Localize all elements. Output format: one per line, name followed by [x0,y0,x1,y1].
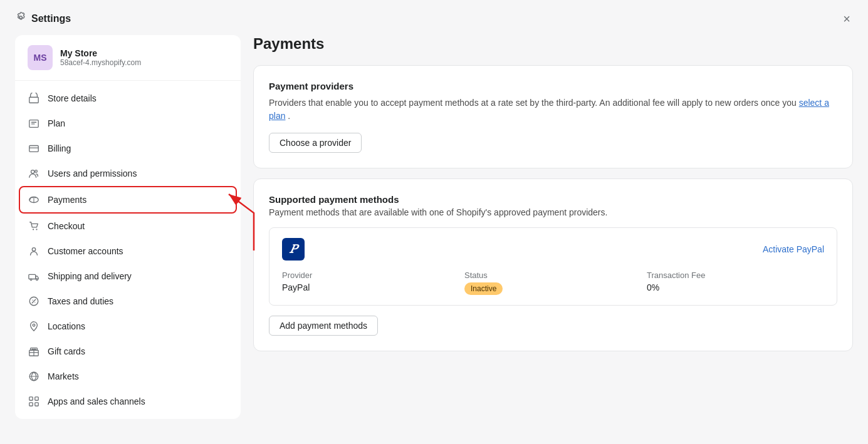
payments-icon [28,194,40,206]
sidebar-item-locations[interactable]: Locations [15,314,241,339]
sidebar: MS My Store 58acef-4.myshopify.com Store… [15,35,241,419]
sidebar-item-billing[interactable]: Billing [15,136,241,161]
sidebar-item-label-customer-accounts: Customer accounts [48,246,123,256]
markets-icon [28,370,40,383]
svg-point-8 [32,248,35,251]
status-badge: Inactive [464,282,642,295]
store-url: 58acef-4.myshopify.com [60,58,141,67]
paypal-header: 𝑃 Activate PayPal [282,238,824,261]
status-label: Status [464,271,642,280]
title-bar-left: Settings [15,12,71,26]
svg-point-3 [31,170,34,173]
sidebar-item-label-gift-cards: Gift cards [48,346,85,356]
locations-icon [28,320,40,333]
title-bar: Settings × [0,0,868,35]
svg-rect-18 [35,397,38,400]
sidebar-item-checkout[interactable]: Checkout [15,214,241,239]
store-icon [28,92,40,105]
store-header[interactable]: MS My Store 58acef-4.myshopify.com [15,35,241,81]
sidebar-item-label-apps: Apps and sales channels [48,396,145,406]
svg-rect-2 [29,146,38,152]
provider-value: PayPal [282,282,459,292]
sidebar-item-label-plan: Plan [48,118,65,128]
supported-methods-title: Supported payment methods [269,194,837,205]
activate-paypal-link[interactable]: Activate PayPal [763,244,824,254]
provider-label: Provider [282,271,459,280]
svg-rect-17 [29,397,33,400]
store-info: My Store 58acef-4.myshopify.com [60,48,141,67]
sidebar-item-users-permissions[interactable]: Users and permissions [15,161,241,186]
svg-point-11 [36,279,38,281]
payment-providers-desc: Providers that enable you to accept paym… [269,96,837,123]
paypal-details: Provider PayPal Status Inactive Transact… [282,271,824,295]
svg-rect-9 [29,274,36,279]
svg-rect-0 [29,97,38,103]
sidebar-item-gift-cards[interactable]: Gift cards [15,339,241,364]
sidebar-item-label-checkout: Checkout [48,221,85,231]
sidebar-item-label-shipping: Shipping and delivery [48,271,132,281]
sidebar-item-store-details[interactable]: Store details [15,86,241,111]
plan-icon [28,117,40,130]
sidebar-item-label-markets: Markets [48,371,79,381]
svg-rect-15 [31,348,38,351]
svg-point-10 [30,279,32,281]
taxes-icon [28,295,40,307]
main-layout: MS My Store 58acef-4.myshopify.com Store… [0,35,868,444]
paypal-card: 𝑃 Activate PayPal Provider PayPal Status [269,227,837,306]
main-content: Payments Payment providers Providers tha… [253,35,853,429]
sidebar-item-shipping[interactable]: Shipping and delivery [15,264,241,289]
window-title: Settings [31,13,71,24]
sidebar-item-apps[interactable]: Apps and sales channels [15,389,241,414]
sidebar-item-markets[interactable]: Markets [15,364,241,389]
choose-provider-button[interactable]: Choose a provider [269,133,362,153]
provider-column: Provider PayPal [282,271,459,295]
svg-point-13 [33,324,35,326]
sidebar-item-label-billing: Billing [48,143,71,153]
payment-providers-desc-end: . [288,111,290,121]
gear-icon [15,12,26,26]
paypal-logo-text: 𝑃 [290,242,297,256]
page-title: Payments [253,35,853,53]
fee-value: 0% [647,282,824,292]
payment-providers-desc-text: Providers that enable you to accept paym… [269,98,797,108]
close-button[interactable]: × [840,10,853,28]
payment-providers-title: Payment providers [269,81,837,91]
paypal-logo: 𝑃 [282,238,305,261]
gift-icon [28,345,40,358]
fee-column: Transaction Fee 0% [647,271,824,295]
add-payment-methods-button[interactable]: Add payment methods [269,316,378,336]
inactive-badge: Inactive [464,282,503,295]
store-name: My Store [60,48,141,58]
svg-point-4 [35,170,38,173]
store-avatar: MS [28,45,53,70]
users-icon [28,167,40,180]
checkout-icon [28,220,40,232]
sidebar-item-label-taxes: Taxes and duties [48,296,113,306]
shipping-icon [28,270,40,282]
nav-list: Store details Plan Billing [15,81,241,419]
sidebar-item-customer-accounts[interactable]: Customer accounts [15,239,241,264]
payment-providers-card: Payment providers Providers that enable … [253,65,853,168]
sidebar-item-label-locations: Locations [48,321,85,331]
fee-label: Transaction Fee [647,271,824,280]
supported-methods-card: Supported payment methods Payment method… [253,178,853,351]
billing-icon [28,142,40,155]
supported-methods-desc: Payment methods that are available with … [269,207,837,217]
svg-rect-20 [35,403,38,406]
sidebar-item-payments[interactable]: Payments [20,187,236,212]
sidebar-item-taxes[interactable]: Taxes and duties [15,289,241,314]
svg-point-6 [33,229,34,230]
sidebar-item-label-store-details: Store details [48,93,97,103]
apps-icon [28,395,40,408]
customer-icon [28,245,40,257]
svg-rect-19 [29,403,33,406]
status-column: Status Inactive [464,271,642,295]
sidebar-item-label-payments: Payments [48,195,86,205]
svg-point-7 [36,229,37,230]
sidebar-item-label-users: Users and permissions [48,168,137,178]
settings-window: Settings × MS My Store 58acef-4.myshopif… [0,0,868,444]
sidebar-item-plan[interactable]: Plan [15,111,241,136]
